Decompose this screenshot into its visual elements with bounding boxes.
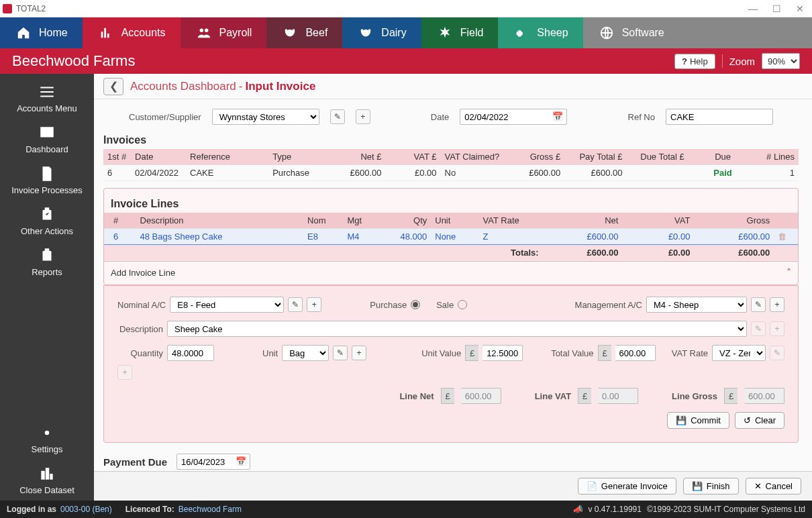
sidebar-invoice-processes[interactable]: Invoice Processes [0, 160, 94, 201]
supplier-select[interactable]: Wynnstay Stores [212, 109, 319, 125]
scroll-area[interactable]: Customer/Supplier Wynnstay Stores ✎ + Da… [94, 99, 812, 471]
lines-title: Invoice Lines [104, 194, 798, 210]
back-button[interactable]: ❮ [103, 78, 123, 95]
sidebar-close-dataset[interactable]: Close Dataset [0, 460, 94, 501]
desc-add-button[interactable]: + [770, 321, 784, 336]
clear-button[interactable]: ↺ Clear [735, 412, 784, 429]
vatrate-add-button[interactable]: + [117, 365, 132, 380]
qty-input[interactable] [167, 345, 214, 361]
totals-net: £600.00 [543, 245, 623, 261]
col-claimed: VAT Claimed? [441, 149, 510, 165]
nominal-label: Nominal A/C [117, 300, 166, 310]
svg-point-0 [199, 29, 203, 33]
finish-button[interactable]: 💾 Finish [683, 478, 739, 495]
lcell-desc: 48 Bags Sheep Cake [136, 229, 304, 245]
linenet-label: Line Net [399, 391, 434, 401]
cancel-button[interactable]: ✕ Cancel [746, 478, 801, 495]
line-row[interactable]: 6 48 Bags Sheep Cake E8 M4 48.000 None Z… [104, 229, 798, 245]
cell-date: 02/04/2022 [131, 165, 186, 181]
nav-payroll[interactable]: Payroll [181, 17, 267, 48]
nav-sheep-label: Sheep [537, 27, 568, 39]
collapse-icon[interactable]: ˄ [786, 267, 791, 278]
invoice-row[interactable]: 6 02/04/2022 CAKE Purchase £600.00 £0.00… [103, 165, 799, 181]
sidebar-settings[interactable]: Settings [0, 419, 94, 460]
supplier-edit-button[interactable]: ✎ [330, 109, 345, 124]
help-button[interactable]: ?Help [674, 54, 715, 69]
sidebar-accounts-menu[interactable]: Accounts Menu [0, 78, 94, 119]
app-icon [3, 4, 12, 13]
nav-beef-label: Beef [305, 27, 327, 39]
nav-dairy[interactable]: Dairy [342, 17, 421, 48]
zoom-label: Zoom [729, 56, 755, 67]
supplier-add-button[interactable]: + [356, 109, 370, 124]
nominal-add-button[interactable]: + [307, 297, 321, 312]
nav-sheep[interactable]: Sheep [498, 17, 582, 48]
generate-invoice-button[interactable]: 📄 Generate Invoice [578, 478, 676, 495]
close-button[interactable]: ✕ [796, 3, 804, 14]
totalval-label: Total Value [551, 348, 593, 358]
unit-select[interactable]: Bag [282, 345, 329, 361]
sidebar-reports-label: Reports [32, 267, 62, 277]
unit-add-button[interactable]: + [352, 346, 366, 360]
cell-type: Purchase [268, 165, 330, 181]
date-input[interactable] [460, 109, 567, 125]
mgmt-edit-button[interactable]: ✎ [751, 297, 766, 312]
ref-input[interactable] [666, 109, 773, 125]
vatrate-select[interactable]: VZ - Zero R [712, 345, 766, 361]
maximize-button[interactable]: ☐ [772, 3, 781, 14]
delete-line-icon[interactable]: 🗑 [778, 231, 786, 242]
unitval-input[interactable] [483, 345, 523, 361]
sidebar-reports[interactable]: Reports [0, 242, 94, 282]
status-bar: Logged in as 0003-00 (Ben) Licenced To: … [0, 501, 812, 518]
add-invoice-line-header[interactable]: Add Invoice Line ˄ [104, 261, 798, 283]
sidebar-other-label: Other Actions [21, 226, 73, 236]
lcell-nom: E8 [303, 229, 343, 245]
breadcrumb: ❮ Accounts Dashboard - Input Invoice [94, 74, 812, 99]
calendar-icon[interactable]: 📅 [552, 111, 563, 121]
totalval-input[interactable] [615, 345, 656, 361]
zoom-select[interactable]: 90% [762, 53, 800, 69]
desc-edit-button[interactable]: ✎ [751, 321, 766, 336]
company-name: Beechwood Farms [12, 52, 135, 70]
vatrate-edit-button[interactable]: ✎ [770, 346, 784, 360]
nav-accounts[interactable]: Accounts [83, 17, 181, 48]
mgmt-add-button[interactable]: + [770, 297, 784, 312]
cell-net: £600.00 [330, 165, 385, 181]
minimize-button[interactable]: — [748, 3, 758, 14]
sale-radio[interactable] [458, 300, 467, 309]
nav-home[interactable]: Home [0, 17, 83, 48]
desc-select[interactable]: Sheep Cake [167, 321, 747, 337]
purchase-radio[interactable] [411, 300, 420, 309]
cell-n: 6 [103, 165, 131, 181]
col-ref: Reference [186, 149, 268, 165]
invoice-lines-box: Invoice Lines # Description Nom Mgt Qty … [103, 188, 799, 285]
unit-label: Unit [262, 348, 278, 358]
cell-due: Paid [689, 165, 758, 181]
col-date: Date [131, 149, 186, 165]
nominal-edit-button[interactable]: ✎ [288, 297, 303, 312]
breadcrumb-parent[interactable]: Accounts Dashboard [130, 80, 236, 93]
lcell-gross: £600.00 [694, 229, 774, 245]
lcol-desc: Description [136, 213, 304, 229]
announce-icon[interactable]: 📣 [573, 505, 583, 514]
totals-row: Totals: £600.00 £0.00 £600.00 [104, 245, 798, 261]
lines-header-row: # Description Nom Mgt Qty Unit VAT Rate … [104, 213, 798, 229]
content: ❮ Accounts Dashboard - Input Invoice Cus… [94, 74, 812, 501]
col-1st: 1st # [103, 149, 131, 165]
sidebar-dashboard-label: Dashboard [26, 144, 68, 154]
qty-label: Quantity [117, 348, 163, 358]
sidebar-other-actions[interactable]: Other Actions [0, 201, 94, 242]
nominal-select[interactable]: E8 - Feed [170, 297, 284, 313]
calendar-icon-2[interactable]: 📅 [236, 456, 246, 466]
col-gross: Gross £ [509, 149, 564, 165]
commit-button[interactable]: 💾 Commit [667, 412, 729, 429]
nav-software[interactable]: Software [583, 17, 812, 48]
nav-field[interactable]: Field [421, 17, 499, 48]
nav-home-label: Home [39, 27, 68, 39]
unit-edit-button[interactable]: ✎ [333, 346, 348, 360]
nav-beef[interactable]: Beef [266, 17, 342, 48]
nav-dairy-label: Dairy [381, 27, 406, 39]
sidebar-dashboard[interactable]: Dashboard [0, 119, 94, 160]
mgmt-select[interactable]: M4 - Sheep [646, 297, 747, 313]
cancel-label: Cancel [766, 481, 793, 491]
